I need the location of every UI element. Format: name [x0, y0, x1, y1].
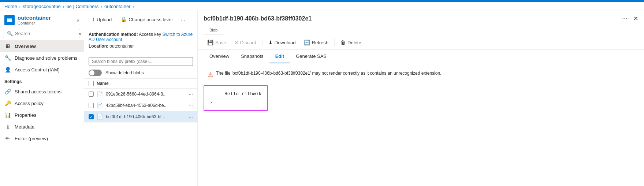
warning-banner: ⚠ The file 'bcf0b1df-b190-406b-bd63-bf38…	[204, 68, 638, 81]
blob-item-0[interactable]: 📄 091e0d26-5668-44ed-8964-8... ···	[84, 89, 197, 100]
name-column-header: Name	[97, 81, 109, 86]
download-icon: ⬇	[268, 40, 273, 45]
auth-location-row: Location: outcontainer	[89, 44, 193, 49]
sidebar-item-shared-access-tokens[interactable]: 🔗 Shared access tokens	[0, 86, 84, 97]
lock-icon: 🔒	[120, 16, 127, 22]
sidebar-collapse-button[interactable]: «	[77, 17, 79, 23]
tab-overview[interactable]: Overview	[204, 50, 235, 63]
right-header: bcf0b1df-b190-406b-bd63-bf38ff0302e1 ···…	[198, 11, 644, 26]
breadcrumb-containers[interactable]: 6e | Containers	[66, 4, 98, 9]
right-content: ⚠ The file 'bcf0b1df-b190-406b-bd63-bf38…	[198, 63, 644, 186]
delete-icon: 🗑	[340, 40, 346, 45]
sidebar-nav: ⊞ Overview 🔧 Diagnose and solve problems…	[0, 40, 84, 186]
blob-more-1[interactable]: ···	[189, 103, 193, 108]
sidebar-resource-subtitle: Container	[18, 21, 51, 25]
right-close-button[interactable]: ✕	[633, 15, 638, 22]
middle-toolbar: ↑ Upload 🔒 Change access level ...	[84, 11, 197, 28]
tab-snapshots[interactable]: Snapshots	[235, 50, 269, 63]
show-deleted-label: Show deleted blobs	[105, 70, 144, 75]
blob-item-2[interactable]: ✓ 📄 bcf0b1df-b190-406b-bd63-bf... ···	[84, 111, 197, 123]
sidebar-item-access-control[interactable]: 👤 Access Control (IAM)	[0, 64, 84, 75]
breadcrumb-sep-3: ›	[101, 4, 102, 9]
settings-section-label: Settings	[0, 75, 84, 86]
sidebar-item-editor-label: Editor (preview)	[15, 136, 48, 141]
show-deleted-row: Show deleted blobs	[84, 67, 197, 79]
breadcrumb-outcontainer[interactable]: outcontainer	[104, 4, 131, 9]
breadcrumb-sep-4: ›	[133, 4, 134, 9]
sidebar-item-metadata[interactable]: ℹ Metadata	[0, 121, 84, 133]
more-button[interactable]: ...	[178, 14, 188, 25]
discard-label: Discard	[240, 40, 256, 45]
sidebar-header: outcontainer Container «	[0, 11, 84, 27]
breadcrumb-sep-1: ›	[19, 4, 21, 9]
blob-name-0: 091e0d26-5668-44ed-8964-8...	[106, 92, 186, 97]
upload-button[interactable]: ↑ Upload	[89, 14, 115, 25]
editor-content[interactable]: - Hello rithwik,	[210, 90, 261, 106]
blob-checkbox-2[interactable]: ✓	[89, 114, 94, 119]
blob-more-2[interactable]: ···	[189, 114, 193, 120]
discard-icon: ✕	[234, 40, 238, 45]
blob-search-box	[89, 57, 193, 66]
container-icon	[4, 15, 15, 25]
auth-method-label: Authentication method:	[89, 32, 138, 37]
sidebar-search-collapse-icon[interactable]: »	[79, 31, 81, 36]
refresh-button[interactable]: 🔄 Refresh	[300, 38, 332, 47]
tab-edit[interactable]: Edit	[269, 50, 290, 63]
sidebar-item-access-policy[interactable]: 🔑 Access policy	[0, 97, 84, 109]
save-label: Save	[215, 40, 226, 45]
sidebar-item-editor[interactable]: ✏ Editor (preview)	[0, 133, 84, 144]
discard-button[interactable]: ✕ Discard	[231, 38, 260, 47]
right-more-button[interactable]: ···	[622, 15, 628, 22]
auth-method-value-text: Access key	[139, 32, 161, 37]
sidebar-item-overview[interactable]: ⊞ Overview	[0, 40, 84, 52]
sidebar-item-properties[interactable]: 📊 Properties	[0, 109, 84, 121]
blob-checkbox-0[interactable]	[89, 92, 94, 97]
blob-more-0[interactable]: ···	[189, 91, 193, 97]
toggle-knob	[89, 70, 94, 75]
blob-item-1[interactable]: 📄 42bc58bf-eba4-4563-a06d-be... ···	[84, 100, 197, 111]
right-pane-title: bcf0b1df-b190-406b-bd63-bf38ff0302e1	[204, 15, 619, 22]
sidebar-title-block: outcontainer Container	[18, 15, 51, 25]
toolbar-divider-1	[262, 39, 263, 46]
select-all-checkbox[interactable]	[89, 81, 94, 86]
right-pane: bcf0b1df-b190-406b-bd63-bf38ff0302e1 ···…	[198, 11, 644, 186]
sidebar-search-box: 🔍 »	[4, 29, 80, 38]
refresh-icon: 🔄	[304, 40, 310, 45]
save-button[interactable]: 💾 Save	[204, 38, 230, 47]
editor-box[interactable]: - Hello rithwik,	[204, 85, 268, 111]
right-pane-subtitle: Blob	[204, 28, 223, 35]
toolbar-divider-2	[334, 39, 335, 46]
properties-icon: 📊	[4, 112, 11, 118]
warning-icon: ⚠	[208, 71, 213, 78]
sidebar-item-ap-label: Access policy	[15, 101, 44, 106]
tab-generate-sas[interactable]: Generate SAS	[290, 50, 332, 63]
show-deleted-toggle[interactable]	[89, 70, 102, 76]
sidebar: outcontainer Container « 🔍 » ⊞ Overview …	[0, 11, 84, 186]
metadata-icon: ℹ	[4, 124, 11, 130]
search-icon: 🔍	[7, 31, 13, 36]
shared-token-icon: 🔗	[4, 89, 11, 94]
blob-search-input[interactable]	[92, 59, 190, 64]
right-tabs: Overview Snapshots Edit Generate SAS	[198, 50, 644, 63]
delete-label: Delete	[347, 40, 361, 45]
breadcrumb: Home › storageaccount6e › 6e | Container…	[0, 2, 644, 11]
save-icon: 💾	[207, 40, 213, 45]
breadcrumb-sep-2: ›	[63, 4, 64, 9]
warning-text: The file 'bcf0b1df-b190-406b-bd63-bf38ff…	[216, 71, 441, 76]
sidebar-item-meta-label: Metadata	[15, 124, 34, 130]
breadcrumb-storage[interactable]: storageaccount6e	[23, 4, 60, 9]
upload-label: Upload	[97, 17, 112, 22]
breadcrumb-home[interactable]: Home	[4, 4, 17, 9]
auth-method-row: Authentication method: Access key Switch…	[89, 32, 193, 42]
blob-checkbox-1[interactable]	[89, 103, 94, 108]
blob-name-1: 42bc58bf-eba4-4563-a06d-be...	[106, 103, 186, 108]
download-button[interactable]: ⬇ Download	[265, 38, 299, 47]
sidebar-item-diagnose[interactable]: 🔧 Diagnose and solve problems	[0, 52, 84, 64]
sidebar-search-input[interactable]	[15, 31, 77, 36]
refresh-label: Refresh	[312, 40, 329, 45]
diagnose-icon: 🔧	[4, 55, 11, 61]
delete-button[interactable]: 🗑 Delete	[337, 38, 365, 47]
change-access-button[interactable]: 🔒 Change access level	[117, 14, 176, 25]
download-label: Download	[275, 40, 296, 45]
blob-list: 📄 091e0d26-5668-44ed-8964-8... ··· 📄 42b…	[84, 89, 197, 186]
